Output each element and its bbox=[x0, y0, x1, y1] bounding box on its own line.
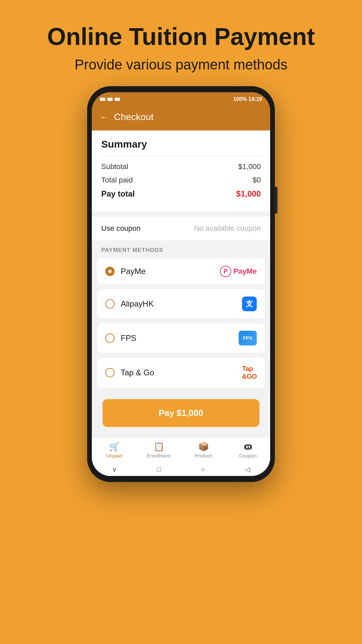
tapgo-logo: Tap&GO bbox=[242, 365, 257, 380]
alipay-name: AlipayHK bbox=[121, 299, 154, 309]
pay-total-row: Pay total $1,000 bbox=[101, 189, 261, 199]
subtotal-row: Subtotal $1,000 bbox=[101, 162, 261, 171]
android-recent[interactable]: ◁ bbox=[245, 465, 250, 473]
alipay-radio[interactable] bbox=[105, 299, 115, 309]
phone-screen: 100% 14:19 ← Checkout Summary Subtotal $… bbox=[92, 92, 270, 476]
status-bar: 100% 14:19 bbox=[92, 92, 270, 106]
payme-logo-icon: P bbox=[220, 266, 231, 277]
fps-name: FPS bbox=[121, 333, 136, 343]
android-back[interactable]: ∨ bbox=[112, 465, 117, 473]
nav-unpaid[interactable]: 🛒 Unpaid bbox=[92, 441, 136, 460]
payme-name: PayMe bbox=[121, 267, 146, 276]
phone-mockup: 100% 14:19 ← Checkout Summary Subtotal $… bbox=[87, 86, 275, 482]
tapgo-name: Tap & Go bbox=[121, 368, 154, 377]
nav-unpaid-label: Unpaid bbox=[106, 453, 122, 459]
back-button[interactable]: ← bbox=[100, 112, 109, 122]
app-header: ← Checkout bbox=[92, 106, 270, 130]
nav-enrollment[interactable]: 📋 Enrollment bbox=[136, 441, 181, 460]
android-nav: ∨ □ ○ ◁ bbox=[92, 462, 270, 476]
signal-icon bbox=[100, 98, 105, 101]
payment-methods-section: PAYMENT METHODS PayMe P PayMe bbox=[92, 240, 270, 437]
payment-option-tapgo[interactable]: Tap & Go Tap&GO bbox=[97, 358, 265, 388]
pay-total-label: Pay total bbox=[101, 189, 135, 199]
enrollment-icon: 📋 bbox=[154, 442, 164, 451]
nav-enrollment-label: Enrollment bbox=[147, 453, 171, 459]
total-paid-label: Total paid bbox=[101, 176, 133, 184]
header-title: Checkout bbox=[114, 112, 154, 122]
coupon-icon: 🎟 bbox=[244, 442, 252, 451]
nfc-icon bbox=[115, 98, 120, 101]
wifi-icon bbox=[107, 98, 113, 101]
nav-coupon-label: Coupon bbox=[239, 453, 257, 459]
alipay-logo: 支 bbox=[242, 297, 257, 311]
summary-title: Summary bbox=[101, 139, 261, 150]
payme-left: PayMe bbox=[105, 267, 146, 276]
payme-logo-text: PayMe bbox=[233, 267, 257, 276]
coupon-section[interactable]: Use coupon No available coupon bbox=[92, 217, 270, 240]
time-text: 14:19 bbox=[248, 96, 262, 102]
coupon-label: Use coupon bbox=[101, 224, 140, 233]
subtotal-label: Subtotal bbox=[101, 162, 128, 171]
nav-product[interactable]: 📦 Product bbox=[181, 441, 226, 460]
payme-radio[interactable] bbox=[105, 267, 115, 276]
nav-product-label: Product bbox=[195, 453, 212, 459]
summary-card: Summary Subtotal $1,000 Total paid $0 Pa… bbox=[92, 130, 270, 211]
payment-section-label: PAYMENT METHODS bbox=[97, 247, 265, 254]
android-home[interactable]: □ bbox=[157, 466, 161, 473]
tapgo-radio[interactable] bbox=[105, 368, 115, 377]
battery-text: 100% bbox=[233, 96, 247, 102]
subtotal-value: $1,000 bbox=[238, 162, 261, 171]
android-circle[interactable]: ○ bbox=[201, 466, 205, 473]
screen-content: Summary Subtotal $1,000 Total paid $0 Pa… bbox=[92, 130, 270, 476]
status-icons bbox=[100, 98, 120, 101]
total-paid-row: Total paid $0 bbox=[101, 176, 261, 184]
product-icon: 📦 bbox=[198, 442, 209, 451]
nav-coupon[interactable]: 🎟 Coupon bbox=[226, 441, 270, 460]
tapgo-left: Tap & Go bbox=[105, 368, 154, 377]
total-paid-value: $0 bbox=[253, 176, 261, 184]
payment-option-payme[interactable]: PayMe P PayMe bbox=[97, 258, 265, 284]
payme-logo: P PayMe bbox=[220, 266, 257, 277]
fps-radio[interactable] bbox=[105, 333, 115, 343]
coupon-status: No available coupon bbox=[194, 224, 261, 233]
divider bbox=[101, 156, 261, 156]
pay-button[interactable]: Pay $1,000 bbox=[103, 399, 259, 427]
cart-icon: 🛒 bbox=[109, 442, 120, 451]
page-title: Online Tuition Payment bbox=[47, 23, 315, 50]
page-subtitle: Provide various payment methods bbox=[47, 57, 315, 73]
status-right: 100% 14:19 bbox=[233, 96, 262, 102]
pay-total-value: $1,000 bbox=[236, 189, 261, 199]
payment-option-alipay[interactable]: AlipayHK 支 bbox=[97, 289, 265, 319]
alipay-left: AlipayHK bbox=[105, 299, 154, 309]
bottom-nav: 🛒 Unpaid 📋 Enrollment 📦 Product 🎟 Coupon bbox=[92, 437, 270, 462]
fps-left: FPS bbox=[105, 333, 136, 343]
fps-logo: FPS bbox=[239, 331, 257, 345]
payment-option-fps[interactable]: FPS FPS bbox=[97, 323, 265, 353]
